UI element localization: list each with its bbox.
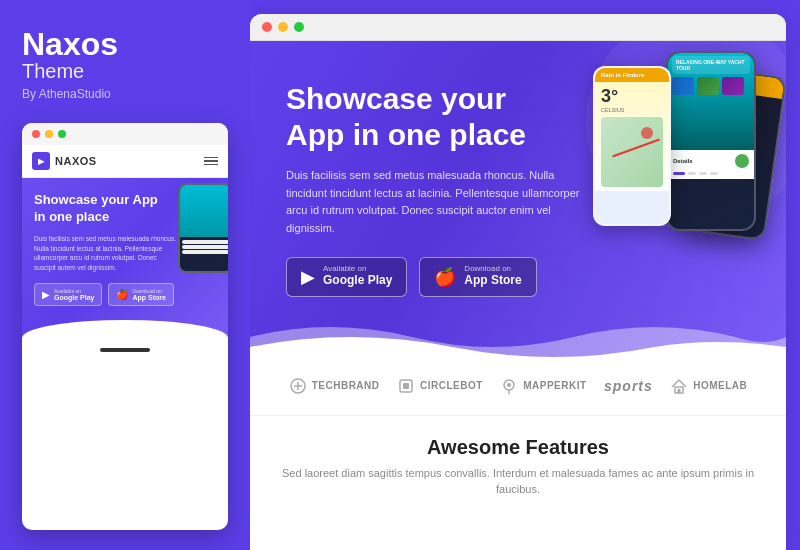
nav-bar-active bbox=[673, 172, 685, 175]
browser-chrome bbox=[250, 14, 786, 41]
weather-map-line bbox=[612, 139, 660, 158]
dot-red bbox=[32, 130, 40, 138]
app-store-texts: Download on App Store bbox=[464, 265, 521, 289]
mini-phone-screen bbox=[180, 185, 228, 237]
hero-title: Showcase your App in one place bbox=[286, 81, 566, 153]
phone-card-label: RELAXING ONE-WAY YACHT TOUR bbox=[672, 56, 750, 74]
browser-content: Showcase your App in one place Duis faci… bbox=[250, 41, 786, 550]
mini-phone-preview bbox=[178, 183, 228, 273]
phone-nav-icons bbox=[673, 172, 749, 175]
phone-weather-content: 3° CELSIUS bbox=[595, 82, 669, 191]
nav-bar bbox=[699, 172, 707, 175]
features-title: Awesome Features bbox=[280, 436, 756, 459]
google-play-texts: Available on Google Play bbox=[323, 265, 392, 289]
brand-subtitle: Theme bbox=[22, 60, 228, 83]
phone-mini-row bbox=[668, 77, 754, 95]
mini-browser-preview: ▶ NAXOS Showcase your App in one place D… bbox=[22, 123, 228, 530]
mini-play-icon: ▶ bbox=[42, 289, 50, 300]
mini-phone-bottom bbox=[180, 237, 228, 257]
mini-hero-title: Showcase your App in one place bbox=[34, 192, 164, 226]
mini-app-store-text: Download on App Store bbox=[132, 288, 165, 301]
app-store-button[interactable]: 🍎 Download on App Store bbox=[419, 257, 536, 297]
weather-sub: CELSIUS bbox=[601, 107, 663, 113]
phone-front: RELAXING ONE-WAY YACHT TOUR Details bbox=[666, 51, 756, 231]
brand-name-techbrand: TECHBRAND bbox=[312, 380, 380, 391]
mini-hero-section: Showcase your App in one place Duis faci… bbox=[22, 178, 228, 338]
sidebar: Naxos Theme By AthenaStudio ▶ NAXOS Show… bbox=[0, 0, 250, 550]
brand-item-sports: sports bbox=[604, 378, 653, 394]
mini-logo-text: NAXOS bbox=[55, 155, 97, 167]
apple-icon: 🍎 bbox=[434, 266, 456, 288]
nav-bar bbox=[688, 172, 696, 175]
mini-buttons-row: ▶ Available on Google Play 🍎 Download on… bbox=[34, 283, 216, 306]
mini-app-store-btn[interactable]: 🍎 Download on App Store bbox=[108, 283, 173, 306]
hero-phones: Rain in Finders 3° CELSIUS RELAX bbox=[666, 51, 756, 231]
phone-img-blue bbox=[672, 77, 694, 95]
weather-map bbox=[601, 117, 663, 187]
mini-logo-icon: ▶ bbox=[32, 152, 50, 170]
phone-screen-top: RELAXING ONE-WAY YACHT TOUR bbox=[668, 53, 754, 150]
mini-google-play-btn[interactable]: ▶ Available on Google Play bbox=[34, 283, 102, 306]
map-dot bbox=[641, 127, 653, 139]
phone-weather: Rain in Finders 3° CELSIUS bbox=[593, 66, 671, 226]
homelab-icon bbox=[670, 377, 688, 395]
brand-title: Naxos bbox=[22, 28, 228, 60]
svg-rect-2 bbox=[403, 383, 409, 389]
chrome-dot-red bbox=[262, 22, 272, 32]
mini-hamburger-icon bbox=[204, 157, 218, 166]
mini-apple-icon: 🍎 bbox=[116, 289, 128, 300]
brand-by: By AthenaStudio bbox=[22, 87, 228, 101]
brand-name-circlebot: CIRCLEBOT bbox=[420, 380, 483, 391]
phone-img-purple bbox=[722, 77, 744, 95]
mini-google-play-text: Available on Google Play bbox=[54, 288, 94, 301]
brand-name-sports: sports bbox=[604, 378, 653, 394]
mapperkit-icon bbox=[500, 377, 518, 395]
mini-hero-wave bbox=[22, 320, 228, 338]
brand-name-mapperkit: MAPPERKIT bbox=[523, 380, 586, 391]
google-play-icon: ▶ bbox=[301, 266, 315, 288]
brand-name-homelab: HOMELAB bbox=[693, 380, 747, 391]
brand-item-circlebot: CIRCLEBOT bbox=[397, 377, 483, 395]
svg-rect-7 bbox=[678, 389, 681, 393]
phone-img-green bbox=[697, 77, 719, 95]
hero-buttons: ▶ Available on Google Play 🍎 Download on… bbox=[286, 257, 750, 297]
hero-description: Duis facilisis sem sed metus malesuada r… bbox=[286, 167, 586, 237]
brand-item-techbrand: TECHBRAND bbox=[289, 377, 380, 395]
phone-weather-header: Rain in Finders bbox=[595, 68, 669, 82]
mini-logo-area: ▶ NAXOS bbox=[32, 152, 97, 170]
nav-bar bbox=[710, 172, 718, 175]
dot-yellow bbox=[45, 130, 53, 138]
phone-detail-text: Details bbox=[673, 158, 693, 164]
chrome-dot-yellow bbox=[278, 22, 288, 32]
brand-item-mapperkit: MAPPERKIT bbox=[500, 377, 586, 395]
mini-hero-text: Duis facilisis sem sed metus malesuada r… bbox=[34, 234, 179, 273]
weather-temp: 3° bbox=[601, 86, 663, 107]
hero-wave bbox=[250, 317, 786, 357]
chrome-dot-green bbox=[294, 22, 304, 32]
svg-point-4 bbox=[507, 383, 511, 387]
features-section: Awesome Features Sed laoreet diam sagitt… bbox=[250, 416, 786, 518]
main-browser: Showcase your App in one place Duis faci… bbox=[250, 14, 786, 550]
mini-browser-bar bbox=[22, 123, 228, 145]
phone-go-btn bbox=[735, 154, 749, 168]
phone-screen-bottom: Details bbox=[668, 150, 754, 179]
brands-section: TECHBRAND CIRCLEBOT MAPPERKIT bbox=[250, 357, 786, 416]
mini-nav: ▶ NAXOS bbox=[22, 145, 228, 178]
mini-browser-footer bbox=[22, 338, 228, 362]
dot-green bbox=[58, 130, 66, 138]
hero-section: Showcase your App in one place Duis faci… bbox=[250, 41, 786, 357]
features-subtitle: Sed laoreet diam sagittis tempus convall… bbox=[280, 465, 756, 498]
phone-bottom-row: Details bbox=[673, 154, 749, 168]
google-play-button[interactable]: ▶ Available on Google Play bbox=[286, 257, 407, 297]
circlebot-icon bbox=[397, 377, 415, 395]
techbrand-icon bbox=[289, 377, 307, 395]
brand-item-homelab: HOMELAB bbox=[670, 377, 747, 395]
